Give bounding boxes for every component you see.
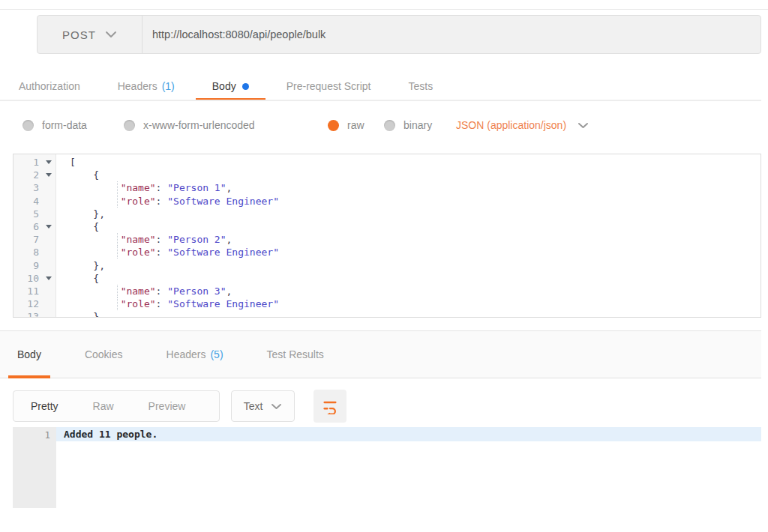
code-line[interactable]: }, xyxy=(70,208,760,220)
gutter-row: 13 xyxy=(14,310,56,318)
code-line[interactable]: "role": "Software Engineer" xyxy=(70,297,760,310)
request-url-bar: POST xyxy=(37,15,761,54)
response-view-controls: Pretty Raw Preview Text xyxy=(0,390,761,423)
body-mode-radio[interactable]: raw xyxy=(328,111,364,139)
gutter-row: 9 xyxy=(14,259,56,272)
request-tab[interactable]: Pre-request Script xyxy=(270,72,388,100)
gutter-row: 12 xyxy=(14,297,56,310)
method-dropdown[interactable]: POST xyxy=(38,16,142,53)
code-line[interactable]: { xyxy=(70,220,760,233)
window-top-divider xyxy=(0,9,768,10)
response-body-line: Added 11 people. xyxy=(56,427,761,441)
chevron-down-icon xyxy=(578,122,589,129)
response-tabs: Body Cookies Headers (5) Test Results xyxy=(0,330,761,378)
response-tab[interactable]: Cookies xyxy=(76,331,132,378)
word-wrap-icon xyxy=(322,398,338,414)
tab-count-badge: (1) xyxy=(162,80,175,92)
tab-label: Body xyxy=(212,80,236,92)
fold-arrow-icon[interactable] xyxy=(46,225,52,229)
view-mode-button[interactable]: Pretty xyxy=(14,400,76,412)
code-line[interactable]: { xyxy=(70,272,760,285)
body-mode-radio[interactable]: binary xyxy=(384,111,432,139)
code-line[interactable]: "name": "Person 1", xyxy=(70,181,760,194)
content-type-dropdown[interactable]: JSON (application/json) xyxy=(456,111,589,139)
radio-icon xyxy=(384,120,395,131)
gutter-row: 11 xyxy=(14,285,56,297)
method-label: POST xyxy=(62,28,96,41)
tab-label: Headers xyxy=(118,80,158,92)
code-line[interactable]: "role": "Software Engineer" xyxy=(70,195,760,208)
response-tab[interactable]: Test Results xyxy=(258,331,333,378)
code-line[interactable]: "name": "Person 3", xyxy=(70,285,760,297)
tab-count-badge: (5) xyxy=(210,348,223,360)
tab-label: Body xyxy=(17,348,41,360)
format-label: Text xyxy=(244,400,263,412)
radio-label: form-data xyxy=(42,119,87,131)
request-editor-lines[interactable]: [ { "name": "Person 1", "role": "Softwar… xyxy=(56,154,760,317)
view-mode-label: Preview xyxy=(148,400,186,412)
gutter-row: 10 xyxy=(14,272,56,285)
word-wrap-button[interactable] xyxy=(314,390,346,423)
gutter-row: 8 xyxy=(14,246,56,259)
gutter-row: 5 xyxy=(14,208,56,220)
url-input[interactable] xyxy=(142,16,760,53)
request-body-editor[interactable]: 12345678910111213 [ { "name": "Person 1"… xyxy=(13,154,761,318)
gutter-row: 6 xyxy=(14,220,56,233)
tab-label: Cookies xyxy=(85,348,123,360)
response-editor-gutter: 1 xyxy=(13,427,56,508)
format-dropdown[interactable]: Text xyxy=(231,390,295,422)
gutter-row: 1 xyxy=(14,156,56,169)
gutter-row: 7 xyxy=(14,233,56,246)
fold-arrow-icon[interactable] xyxy=(46,173,52,177)
request-tabs: Authorization Headers (1) Body Pre-reque… xyxy=(2,72,449,100)
tab-label: Pre-request Script xyxy=(286,80,371,92)
response-tab[interactable]: Headers (5) xyxy=(158,331,232,378)
tab-label: Test Results xyxy=(267,348,324,360)
view-mode-group: Pretty Raw Preview xyxy=(13,390,220,422)
request-tab[interactable]: Tests xyxy=(392,72,450,100)
view-mode-button[interactable]: Raw xyxy=(76,400,131,412)
fold-arrow-icon[interactable] xyxy=(46,276,52,280)
tab-label: Headers xyxy=(166,348,206,360)
request-tabs-divider xyxy=(0,100,761,101)
radio-icon xyxy=(328,120,339,131)
body-mode-row: form-data x-www-form-urlencoded raw bina… xyxy=(0,111,761,139)
response-line-number: 1 xyxy=(13,427,56,441)
content-type-label: JSON (application/json) xyxy=(456,119,566,131)
body-mode-radio[interactable]: x-www-form-urlencoded xyxy=(124,111,255,139)
code-line[interactable]: "name": "Person 2", xyxy=(70,233,760,246)
radio-label: raw xyxy=(347,119,364,131)
body-mode-radio[interactable]: form-data xyxy=(22,111,87,139)
gutter-row: 2 xyxy=(14,169,56,181)
gutter-row: 4 xyxy=(14,195,56,208)
code-line[interactable]: { xyxy=(70,169,760,181)
tab-label: Authorization xyxy=(19,80,80,92)
radio-icon xyxy=(124,120,135,131)
request-tab[interactable]: Authorization xyxy=(2,72,97,100)
radio-label: x-www-form-urlencoded xyxy=(143,119,255,131)
modified-indicator-dot-icon xyxy=(242,83,249,90)
response-tab[interactable]: Body xyxy=(8,331,50,378)
gutter-row: 3 xyxy=(14,181,56,194)
fold-arrow-icon[interactable] xyxy=(46,160,52,164)
view-mode-label: Pretty xyxy=(31,400,58,412)
chevron-down-icon xyxy=(271,403,282,410)
request-tab[interactable]: Headers (1) xyxy=(101,72,191,100)
radio-label: binary xyxy=(404,119,432,131)
code-line[interactable]: [ xyxy=(70,156,760,169)
code-line[interactable]: }, xyxy=(70,310,760,318)
chevron-down-icon xyxy=(105,31,117,38)
view-mode-label: Raw xyxy=(93,400,114,412)
tab-label: Tests xyxy=(409,80,434,92)
request-tab[interactable]: Body xyxy=(196,72,266,100)
radio-icon xyxy=(22,120,34,131)
code-line[interactable]: "role": "Software Engineer" xyxy=(70,246,760,259)
code-line[interactable]: }, xyxy=(70,259,760,272)
view-mode-button[interactable]: Preview xyxy=(131,400,203,412)
request-editor-gutter: 12345678910111213 xyxy=(14,154,56,317)
